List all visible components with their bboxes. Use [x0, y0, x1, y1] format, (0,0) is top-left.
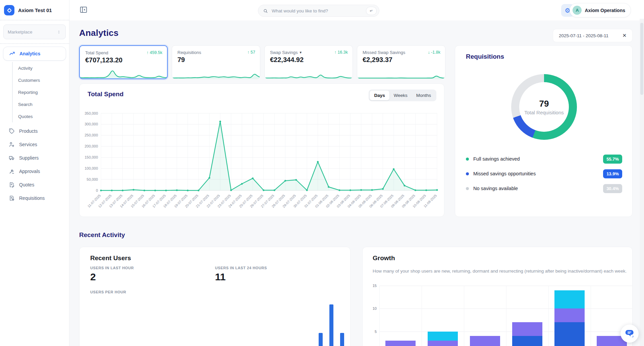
enter-key-hint-icon: ↵	[366, 7, 377, 15]
search-input[interactable]	[271, 8, 366, 14]
stat-value: 11	[215, 271, 226, 283]
workspace-select[interactable]: Marketplace	[3, 24, 66, 39]
sidebar-item-analytics[interactable]: Analytics	[3, 47, 66, 61]
sidebar-subitem-quotes[interactable]: Quotes	[13, 110, 69, 122]
legend-label: Missed savings opportunities	[473, 171, 536, 176]
kpi-card-requisitions[interactable]: Requisitions↑ 5779	[172, 45, 260, 79]
kpi-sparkline	[172, 67, 260, 79]
kpi-delta: ↓ -1.8k	[428, 50, 440, 55]
gridline	[379, 332, 632, 332]
y-axis-label: 15	[368, 284, 377, 288]
collapse-sidebar-button[interactable]	[78, 5, 89, 15]
kpi-card-total-spend[interactable]: Total Spend↑ 459.5k€707,123.20	[79, 45, 168, 79]
svg-text:350,000: 350,000	[85, 111, 98, 115]
kpi-delta: ↑ 16.3k	[334, 50, 348, 55]
scrollbar-thumb[interactable]	[640, 23, 643, 95]
sidebar-item-requisitions[interactable]: Requisitions	[0, 191, 69, 205]
sidebar-item-label: Analytics	[19, 51, 40, 56]
growth-bar-segment-segment-purple	[554, 308, 585, 322]
arrow-down-icon: ↓	[428, 50, 430, 55]
kpi-value: €707,123.20	[85, 56, 122, 64]
sidebar-subitem-activity[interactable]: Activity	[13, 62, 69, 74]
sidebar-subitem-reporting[interactable]: Reporting	[13, 86, 69, 98]
sidebar-item-approvals[interactable]: Approvals	[0, 165, 69, 178]
growth-description: How many of your shop users are new, ret…	[373, 268, 628, 275]
profile-name: Axiom Operations	[585, 8, 625, 13]
global-search: ↵	[258, 5, 379, 17]
caret-down-icon[interactable]: ▾	[300, 50, 302, 55]
total-spend-title: Total Spend	[88, 91, 123, 98]
toggle-days[interactable]: Days	[370, 91, 389, 100]
growth-bar-segment-segment-cyan	[554, 290, 585, 309]
gridline	[591, 286, 591, 346]
requisitions-title: Requisitions	[466, 53, 504, 60]
legend-percentage-badge: 13.9%	[603, 169, 622, 178]
sidebar-item-label: Approvals	[19, 169, 40, 174]
profile-menu-button[interactable]: A Axiom Operations	[570, 3, 631, 17]
kpi-row: Total Spend↑ 459.5k€707,123.20Requisitio…	[79, 45, 445, 79]
kpi-card-missed-swap-savings[interactable]: Missed Swap Savings↓ -1.8k€2,293.37	[357, 45, 445, 79]
close-icon[interactable]: ✕	[622, 33, 627, 39]
main-content: Analytics 2025-07-11 - 2025-08-11 ✕ Tota…	[69, 20, 644, 346]
arrow-up-icon: ↑	[147, 50, 149, 55]
search-icon	[263, 8, 268, 13]
sidebar-item-products[interactable]: Products	[0, 124, 69, 138]
truck-icon	[9, 155, 15, 161]
gridline	[464, 286, 464, 346]
kpi-sparkline	[357, 67, 445, 79]
toggle-weeks[interactable]: Weeks	[389, 91, 412, 100]
sidebar-item-quotes[interactable]: Quotes	[0, 178, 69, 191]
total-requisitions-value: 79	[539, 99, 549, 109]
legend-row-no-savings-available[interactable]: No savings available30.4%	[466, 181, 622, 196]
app-window: Axiom Test 01 Marketplace AnalyticsActiv…	[0, 0, 644, 346]
svg-text:150,000: 150,000	[85, 155, 98, 159]
y-axis-label: 10	[368, 306, 377, 310]
users-per-hour-bar	[329, 304, 333, 346]
growth-bar-segment-segment-blue	[554, 322, 585, 346]
line-chart-icon	[9, 51, 15, 57]
kpi-card-swap-savings[interactable]: Swap Savings▾↑ 16.3k€22,344.92	[264, 45, 353, 79]
date-range-filter[interactable]: 2025-07-11 - 2025-08-11 ✕	[553, 29, 633, 42]
growth-bar-segment-segment-blue	[512, 336, 542, 346]
sidebar-item-services[interactable]: Services	[0, 138, 69, 151]
legend-row-missed-savings-opportunities[interactable]: Missed savings opportunities13.9%	[466, 166, 622, 181]
total-spend-chart: 050,000100,000150,000200,000250,000300,0…	[79, 111, 445, 217]
sidebar-subitem-customers[interactable]: Customers	[13, 74, 69, 86]
requisitions-panel: Requisitions 79 Total Requisitions Full …	[455, 45, 633, 217]
stat-label: USERS IN LAST 24 HOURS	[215, 266, 267, 270]
select-arrows-icon	[56, 30, 61, 35]
gridline	[379, 286, 380, 346]
gavel-icon	[9, 168, 15, 174]
kpi-label: Missed Swap Savings	[363, 50, 405, 55]
svg-text:0: 0	[96, 188, 98, 192]
sidebar-item-label: Products	[19, 128, 38, 134]
tag-icon	[9, 128, 15, 134]
kpi-value: 79	[177, 56, 185, 64]
sidebar-sublist: ActivityCustomersReportingSearchQuotes	[12, 62, 69, 122]
legend-dot-icon	[466, 172, 469, 175]
divider	[0, 20, 69, 20]
recent-users-panel: Recent Users USERS IN LAST HOUR 2 USERS …	[79, 247, 351, 346]
chat-fab-button[interactable]	[621, 325, 639, 343]
svg-text:300,000: 300,000	[85, 122, 98, 126]
gridline	[548, 286, 549, 346]
requisitions-donut-chart: 79 Total Requisitions	[511, 74, 577, 140]
app-logo-icon	[4, 5, 14, 15]
sidebar-item-suppliers[interactable]: Suppliers	[0, 151, 69, 165]
stat-label: USERS IN LAST HOUR	[90, 266, 134, 270]
growth-title: Growth	[373, 254, 395, 262]
scrollbar-track[interactable]	[640, 19, 644, 346]
toggle-months[interactable]: Months	[412, 91, 435, 100]
document-check-icon	[9, 195, 15, 201]
total-spend-panel: Total Spend DaysWeeksMonths 050,000100,0…	[79, 83, 444, 217]
growth-bar-segment-segment-cyan	[428, 332, 458, 341]
chat-icon	[624, 328, 635, 339]
document-edit-icon	[9, 182, 15, 188]
donut-legend: Full savings achieved55.7%Missed savings…	[466, 152, 622, 196]
app-logo-row[interactable]: Axiom Test 01	[0, 0, 69, 20]
total-requisitions-label: Total Requisitions	[524, 110, 564, 115]
donut-center: 79 Total Requisitions	[519, 82, 569, 132]
sidebar-subitem-search[interactable]: Search	[13, 98, 69, 110]
sidebar-item-label: Services	[19, 142, 37, 147]
legend-row-full-savings-achieved[interactable]: Full savings achieved55.7%	[466, 152, 622, 166]
